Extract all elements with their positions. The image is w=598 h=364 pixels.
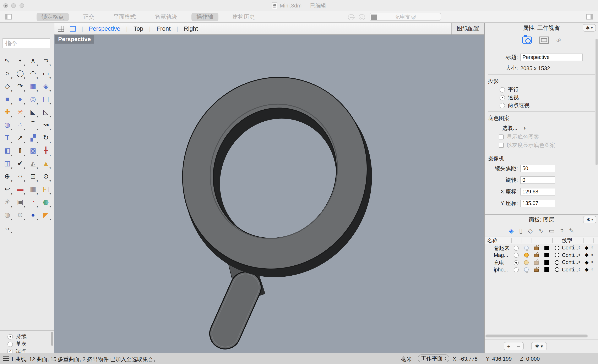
scroll-panel-icon[interactable]: ∿ (538, 227, 543, 235)
left-panel-scrollbar[interactable] (51, 332, 53, 346)
radio-单次[interactable] (8, 341, 13, 347)
camera-field-input-2[interactable] (520, 188, 555, 195)
status-menu-icon[interactable] (3, 356, 9, 361)
tool-box-icon[interactable]: ■▼ (1, 93, 14, 105)
command-input[interactable] (2, 38, 50, 48)
tool-sphere-icon[interactable]: ●▼ (14, 93, 27, 105)
single-viewport-icon[interactable] (70, 26, 75, 31)
toolbar-button-平面模式[interactable]: 平面模式 (108, 13, 141, 21)
tool-lock-objects-icon[interactable]: ▣▼ (14, 195, 27, 208)
tool-cylinder-icon[interactable]: ◎▼ (27, 93, 40, 105)
layer-material-circle[interactable] (555, 267, 559, 272)
tool-render-vehicle-icon[interactable]: ▬▼ (14, 183, 27, 195)
wallpaper-checkbox-显示底色图案[interactable]: 显示底色图案 (499, 134, 539, 140)
toolbar-button-智慧轨迹[interactable]: 智慧轨迹 (150, 13, 182, 21)
tool-select-icon[interactable]: ↖ (1, 54, 14, 67)
properties-gear-button[interactable]: ✱▾ (583, 24, 596, 32)
tool-sphere-cplane-icon[interactable]: ⊕▼ (14, 208, 27, 221)
layer-visibility-bulb-icon[interactable] (524, 267, 529, 272)
linetype-stepper[interactable]: ▴▾ (579, 253, 580, 257)
page-panel-icon[interactable]: ▯ (519, 227, 523, 235)
tool-sphere-wireframe-icon[interactable]: ◍▼ (1, 208, 14, 221)
tool-pyramid-edit-icon[interactable]: ▲▼ (40, 157, 52, 170)
tool-extrude-icon[interactable]: ⇑▼ (14, 144, 27, 157)
tool-cplane-grid-icon[interactable]: ▦▼ (27, 183, 40, 195)
checkbox-显示底色图案[interactable] (499, 135, 504, 139)
tool-ellipse-icon[interactable]: ◯▼ (14, 67, 27, 80)
viewport-tab-top[interactable]: Top (133, 25, 143, 32)
four-viewports-icon[interactable] (58, 26, 64, 32)
layer-row-0[interactable]: 卷起来Conti...▴▾◆▴▾ (485, 244, 598, 252)
tool-check-icon[interactable]: ✔▼ (14, 157, 27, 170)
layer-color-swatch[interactable] (544, 267, 549, 272)
viewport-title-input[interactable] (520, 54, 583, 61)
tool-surface-points-icon[interactable]: ▦▼ (27, 80, 40, 93)
pen-panel-icon[interactable]: ✎ (569, 227, 574, 235)
linetype-stepper[interactable]: ▴▾ (579, 246, 580, 250)
tool-render-slice-icon[interactable]: ◔▼ (27, 195, 40, 208)
tool-distribute-icon[interactable]: ╂▼ (40, 144, 52, 157)
camera-tab-icon[interactable] (522, 37, 532, 44)
tool-circle-icon[interactable]: ○▼ (1, 67, 14, 80)
layer-color-swatch[interactable] (544, 260, 549, 265)
layer-material-circle[interactable] (555, 245, 559, 250)
camera-field-input-1[interactable] (520, 176, 555, 184)
print-width-diamond[interactable]: ◆ (585, 259, 589, 265)
magsafe-stand-model[interactable] (54, 35, 484, 353)
print-width-diamond[interactable]: ◆ (585, 245, 589, 251)
print-width-diamond[interactable]: ◆ (585, 267, 589, 272)
help-panel-icon[interactable]: ? (560, 227, 564, 234)
tool-fillet-curve-icon[interactable]: ⌒▼ (27, 118, 40, 131)
radio-透视[interactable] (499, 95, 505, 100)
toolbar-button-建构历史[interactable]: 建构历史 (227, 13, 260, 21)
radio-持续[interactable] (8, 334, 13, 339)
camera-field-input-0[interactable] (520, 165, 555, 172)
tool-curve-interpolate-icon[interactable]: ⊃▼ (40, 54, 52, 67)
projection-option-透视[interactable]: 透视 (499, 94, 519, 101)
box-panel-icon[interactable]: ◇ (528, 227, 533, 235)
toolbar-button-正交[interactable]: 正交 (78, 13, 99, 21)
layer-lock-icon[interactable] (534, 254, 539, 257)
tool-zoom-icon[interactable]: ⊕▼ (1, 170, 14, 183)
tool-align-icon[interactable]: ▞▼ (27, 131, 40, 144)
tool-boolean-union-icon[interactable]: ◍▼ (1, 118, 14, 131)
print-width-stepper[interactable]: ▴▾ (591, 260, 593, 264)
option-端点[interactable]: 端点 (8, 348, 27, 353)
linetype-stepper[interactable]: ▴▾ (579, 260, 580, 264)
frame-tab-icon[interactable] (540, 37, 548, 44)
tool-arc-icon[interactable]: ◠▼ (27, 67, 40, 80)
tool-dimension-icon[interactable]: ↔▼ (1, 221, 14, 234)
tool-array-icon[interactable]: ▩▼ (27, 144, 40, 157)
tool-rotate-icon[interactable]: ↻▼ (40, 131, 52, 144)
cplane-dropdown[interactable]: 工作平面 ▴▾ (418, 355, 449, 362)
tool-undo-view-icon[interactable]: ↩▼ (1, 183, 14, 195)
layers-footer-gear-button[interactable]: ✱▾ (531, 342, 547, 350)
perspective-viewport[interactable]: Perspective (54, 35, 484, 353)
tool-zoom-selected-icon[interactable]: ⊙▼ (40, 170, 52, 183)
tool-extend-curve-icon[interactable]: ↝▼ (40, 118, 52, 131)
checkbox-端点[interactable] (8, 349, 12, 353)
current-layer-radio[interactable] (514, 245, 519, 251)
layer-row-2[interactable]: 充电...Conti...▴▾◆▴▾ (485, 259, 598, 266)
print-width-stepper[interactable]: ▴▾ (591, 267, 593, 271)
tool-polygon-icon[interactable]: ◇▼ (1, 80, 14, 93)
wallpaper-checkbox-以灰度显示底色图案[interactable]: 以灰度显示底色图案 (499, 142, 555, 149)
radio-平行[interactable] (499, 87, 505, 92)
layer-material-circle[interactable] (555, 260, 559, 265)
layer-lock-icon[interactable] (534, 268, 539, 272)
layer-lock-icon[interactable] (534, 261, 539, 265)
viewport-tab-front[interactable]: Front (157, 25, 171, 32)
tool-named-objects-icon[interactable]: ◰▼ (40, 183, 52, 195)
current-layer-radio[interactable] (514, 260, 519, 265)
layer-visibility-bulb-icon[interactable] (524, 260, 529, 265)
linetype-stepper[interactable]: ▴▾ (579, 267, 580, 271)
current-layer-radio[interactable] (514, 253, 519, 258)
remove-layer-button[interactable]: − (514, 342, 523, 350)
toolbar-button-操作轴[interactable]: 操作轴 (191, 13, 218, 21)
tool-trim-icon[interactable]: ◣▼ (27, 105, 40, 118)
tool-solid-tools-icon[interactable]: ◧▼ (1, 144, 14, 157)
layer-row-1[interactable]: Mag...Conti...▴▾◆▴▾ (485, 252, 598, 259)
camera-field-input-3[interactable] (520, 200, 555, 207)
layer-lock-icon[interactable] (534, 247, 539, 250)
tool-text-icon[interactable]: T▼ (1, 131, 14, 144)
